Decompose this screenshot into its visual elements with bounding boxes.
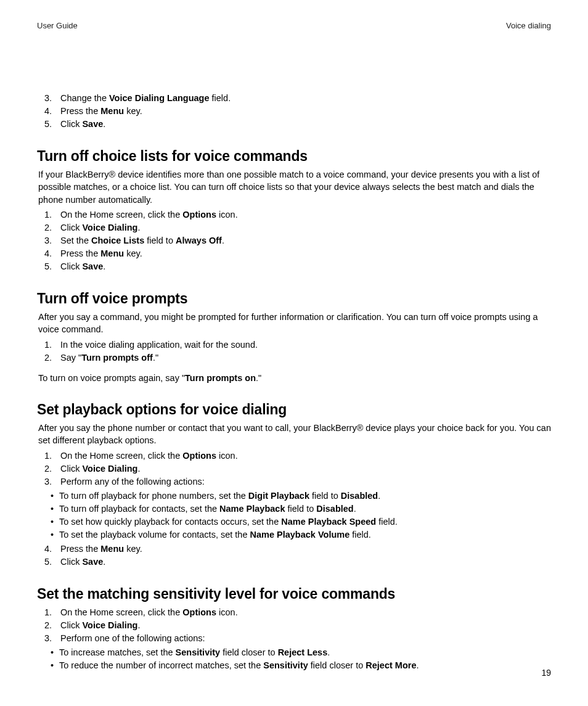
list-item: Click Voice Dialing.	[54, 462, 551, 475]
section-1-steps: On the Home screen, click the Options ic…	[37, 208, 551, 273]
list-item: Press the Menu key.	[54, 247, 551, 260]
list-item: To reduce the number of incorrect matche…	[51, 659, 551, 672]
list-item: Click Save.	[54, 260, 551, 273]
section-2-title: Turn off voice prompts	[37, 290, 551, 307]
list-item: Perform one of the following actions:	[54, 632, 551, 645]
section-2-intro: After you say a command, you might be pr…	[38, 311, 551, 336]
list-item: Change the Voice Dialing Language field.	[54, 92, 551, 105]
list-item: To turn off playback for contacts, set t…	[51, 503, 551, 515]
section-1-title: Turn off choice lists for voice commands	[37, 148, 551, 165]
section-4-steps: On the Home screen, click the Options ic…	[37, 606, 551, 645]
section-2-steps: In the voice dialing application, wait f…	[37, 339, 551, 364]
page-number: 19	[541, 668, 551, 678]
section-3-steps-b: Press the Menu key.Click Save.	[37, 543, 551, 568]
list-item: Say "Turn prompts off."	[54, 351, 551, 364]
section-4-title: Set the matching sensitivity level for v…	[37, 586, 551, 602]
list-item: On the Home screen, click the Options ic…	[54, 208, 551, 221]
list-item: Press the Menu key.	[54, 543, 551, 556]
list-item: On the Home screen, click the Options ic…	[54, 606, 551, 619]
section-3-bullets: To turn off playback for phone numbers, …	[37, 490, 551, 541]
list-item: Click Voice Dialing.	[54, 619, 551, 632]
section-3-title: Set playback options for voice dialing	[37, 401, 551, 418]
page-header: User Guide Voice dialing	[37, 21, 551, 30]
list-item: To turn off playback for phone numbers, …	[51, 490, 551, 503]
list-item: On the Home screen, click the Options ic…	[54, 449, 551, 462]
list-item: Set the Choice Lists field to Always Off…	[54, 234, 551, 247]
list-item: To set how quickly playback for contacts…	[51, 515, 551, 528]
intro-steps: Change the Voice Dialing Language field.…	[37, 92, 551, 131]
header-left: User Guide	[37, 21, 78, 30]
page: User Guide Voice dialing Change the Voic…	[0, 0, 588, 706]
section-3-intro: After you say the phone number or contac…	[38, 422, 551, 447]
list-item: Press the Menu key.	[54, 105, 551, 118]
list-item: Click Save.	[54, 118, 551, 131]
section-4-bullets: To increase matches, set the Sensitivity…	[37, 646, 551, 672]
list-item: Click Voice Dialing.	[54, 221, 551, 234]
section-3-steps-a: On the Home screen, click the Options ic…	[37, 449, 551, 488]
list-item: In the voice dialing application, wait f…	[54, 339, 551, 351]
header-right: Voice dialing	[506, 21, 551, 30]
section-2-outro: To turn on voice prompts again, say "Tur…	[38, 372, 551, 384]
section-1-intro: If your BlackBerry® device identifies mo…	[38, 168, 551, 206]
list-item: To set the playback volume for contacts,…	[51, 528, 551, 541]
list-item: Click Save.	[54, 556, 551, 568]
list-item: To increase matches, set the Sensitivity…	[51, 646, 551, 659]
list-item: Perform any of the following actions:	[54, 475, 551, 488]
